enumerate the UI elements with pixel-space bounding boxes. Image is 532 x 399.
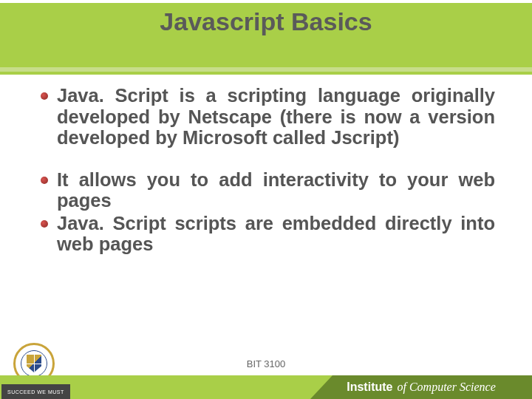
- top-strip: [0, 0, 532, 3]
- bullet-text: Java. Script scripts are embedded direct…: [57, 213, 495, 255]
- bullet-icon: [41, 92, 48, 100]
- slide: Javascript Basics Java. Script is a scri…: [0, 0, 532, 399]
- seal-shield-icon: [27, 355, 41, 372]
- footer-institute: Institute of Computer Science: [310, 375, 532, 399]
- list-item: Java. Script is a scripting language ori…: [41, 85, 495, 149]
- seal-inner: [21, 350, 47, 377]
- bullet-icon: [41, 177, 48, 184]
- footer-institute-prefix: Institute: [347, 381, 392, 394]
- bullet-text: Java. Script is a scripting language ori…: [57, 85, 495, 149]
- content-area: Java. Script is a scripting language ori…: [41, 85, 495, 276]
- bullet-text: It allows you to add interactivity to yo…: [57, 169, 495, 211]
- slide-title: Javascript Basics: [0, 7, 532, 36]
- title-area: Javascript Basics: [0, 7, 532, 36]
- list-item: It allows you to add interactivity to yo…: [41, 169, 495, 211]
- footer-institute-rest: of Computer Science: [397, 381, 495, 394]
- footer-motto: SUCCEED WE MUST: [1, 384, 70, 399]
- list-item: Java. Script scripts are embedded direct…: [41, 213, 495, 255]
- course-code: BIT 3100: [0, 358, 532, 369]
- divider-bar-dark: [0, 72, 532, 75]
- bullet-icon: [41, 220, 48, 228]
